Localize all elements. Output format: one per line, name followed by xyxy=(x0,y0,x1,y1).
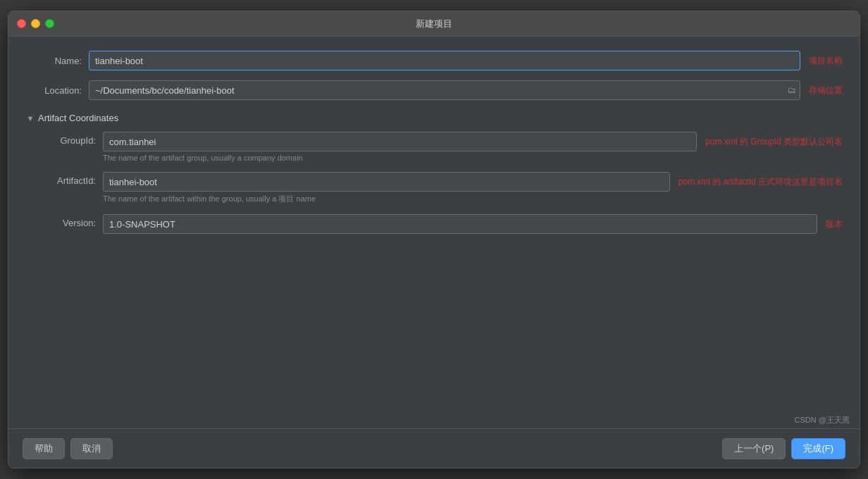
location-input[interactable] xyxy=(89,80,800,100)
minimize-button[interactable] xyxy=(31,19,40,28)
name-input[interactable] xyxy=(89,51,800,70)
name-annotation: 项目名称 xyxy=(809,55,843,67)
location-row: Location: 🗂 存储位置 xyxy=(25,80,843,100)
folder-icon[interactable]: 🗂 xyxy=(788,85,796,95)
watermark: CSDN @王天黑 xyxy=(795,415,850,425)
maximize-button[interactable] xyxy=(45,19,54,28)
artifactid-hint: The name of the artifact within the grou… xyxy=(103,194,843,204)
groupid-field: pom.xml 的 GroupId 类型默认公司名 The name of th… xyxy=(103,132,843,169)
version-input[interactable] xyxy=(103,214,817,234)
groupid-hint: The name of the artifact group, usually … xyxy=(103,154,843,162)
location-input-wrap: 🗂 xyxy=(89,80,800,100)
artifact-sub-form: GroupId: pom.xml 的 GroupId 类型默认公司名 The n… xyxy=(25,132,843,237)
groupid-input[interactable] xyxy=(103,132,697,151)
footer-left-buttons: 帮助 取消 xyxy=(23,438,113,459)
window-title: 新建项目 xyxy=(416,18,452,30)
artifactid-input[interactable] xyxy=(103,172,670,192)
artifactid-label: ArtifactId: xyxy=(39,172,103,186)
version-field: 版本 xyxy=(103,214,843,234)
artifactid-row: ArtifactId: pom.xml 的 artifactId 正式环境这里是… xyxy=(39,172,843,211)
version-label: Version: xyxy=(39,214,103,228)
artifactid-field: pom.xml 的 artifactId 正式环境这里是项目名 The name… xyxy=(103,172,843,211)
close-button[interactable] xyxy=(17,19,26,28)
content-area: Name: 项目名称 Location: 🗂 存储位置 ▼ Artifact C… xyxy=(8,37,860,428)
name-label: Name: xyxy=(25,56,89,66)
footer-right-buttons: 上一个(P) 完成(F) xyxy=(722,438,845,459)
groupid-row: GroupId: pom.xml 的 GroupId 类型默认公司名 The n… xyxy=(39,132,843,169)
version-annotation: 版本 xyxy=(826,218,843,230)
finish-button[interactable]: 完成(F) xyxy=(791,438,845,459)
main-window: 新建项目 Name: 项目名称 Location: 🗂 存储位置 ▼ Artif… xyxy=(8,11,860,468)
groupid-annotation: pom.xml 的 GroupId 类型默认公司名 xyxy=(705,136,843,148)
window-controls xyxy=(17,19,54,28)
artifact-section-title: Artifact Coordinates xyxy=(38,113,118,123)
location-label: Location: xyxy=(25,85,89,96)
version-row: Version: 版本 xyxy=(39,214,843,234)
groupid-label: GroupId: xyxy=(39,132,103,146)
section-toggle-icon[interactable]: ▼ xyxy=(25,113,35,123)
prev-button[interactable]: 上一个(P) xyxy=(722,438,786,459)
footer: 帮助 取消 上一个(P) 完成(F) xyxy=(8,428,860,468)
name-row: Name: 项目名称 xyxy=(25,51,843,70)
help-button[interactable]: 帮助 xyxy=(23,438,65,459)
title-bar: 新建项目 xyxy=(8,11,860,37)
location-annotation: 存储位置 xyxy=(809,85,843,97)
cancel-button[interactable]: 取消 xyxy=(70,438,113,459)
artifact-section-header: ▼ Artifact Coordinates xyxy=(25,113,843,123)
artifactid-annotation: pom.xml 的 artifactId 正式环境这里是项目名 xyxy=(678,176,843,188)
